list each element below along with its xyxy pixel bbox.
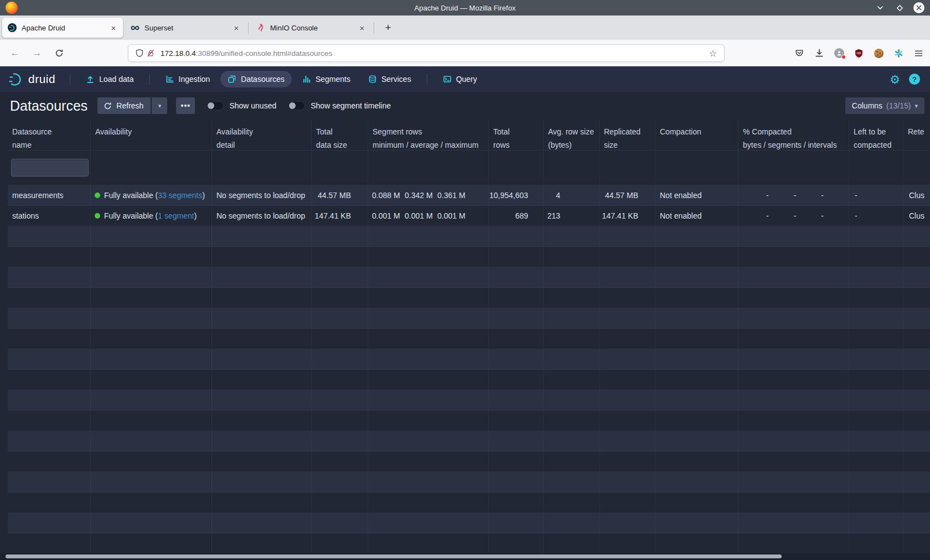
cookie-extension-icon[interactable] [873, 48, 885, 59]
tracking-shield-icon[interactable] [134, 48, 145, 59]
empty-cell [8, 226, 91, 246]
druid-logo[interactable]: druid [9, 72, 55, 86]
column-header[interactable]: Datasource name [8, 120, 91, 150]
empty-cell [368, 370, 489, 390]
more-actions-button[interactable]: ••• [176, 97, 195, 114]
column-header[interactable]: Compaction [655, 120, 738, 150]
nav-item-ingestion[interactable]: Ingestion [158, 71, 218, 87]
tab-minio-console[interactable]: MinIO Console × [251, 18, 371, 38]
nav-item-segments[interactable]: Segments [295, 71, 358, 87]
column-header[interactable]: Total data size [312, 120, 368, 150]
empty-table-row [8, 411, 930, 431]
colorful-asterisk-extension-icon[interactable] [893, 48, 905, 59]
empty-cell [212, 349, 312, 369]
empty-cell [600, 329, 655, 349]
tab-superset[interactable]: Superset × [125, 18, 246, 38]
nav-item-datasources[interactable]: Datasources [220, 71, 292, 87]
window-minimize-button[interactable] [875, 2, 886, 13]
tab-close-icon[interactable]: × [230, 22, 242, 34]
empty-cell [600, 431, 655, 451]
horizontal-scrollbar-thumb[interactable] [6, 554, 782, 558]
column-header[interactable]: Rete [903, 120, 930, 150]
empty-cell [91, 513, 212, 533]
empty-cell [903, 308, 930, 328]
forward-button[interactable]: → [29, 44, 45, 62]
empty-cell [655, 431, 738, 451]
column-header[interactable]: Segment rows minimum / average / maximum [368, 120, 489, 150]
menu-hamburger-icon[interactable] [913, 48, 924, 59]
empty-cell [368, 472, 489, 492]
refresh-dropdown-button[interactable]: ▾ [152, 97, 167, 114]
tab-close-icon[interactable]: × [356, 22, 368, 34]
column-header[interactable]: Availability [91, 120, 212, 150]
empty-cell [849, 370, 903, 390]
column-header[interactable]: Replicated size [600, 120, 655, 150]
empty-cell [655, 472, 738, 492]
datasource-filter-input[interactable] [11, 159, 89, 177]
settings-gear-icon[interactable]: ⚙ [890, 74, 900, 85]
show-segment-timeline-toggle[interactable]: Show segment timeline [287, 101, 391, 110]
empty-cell [655, 452, 738, 471]
nav-item-services[interactable]: Services [361, 71, 418, 87]
empty-cell [655, 226, 738, 246]
filter-cell [368, 151, 489, 185]
refresh-button[interactable]: Refresh [97, 97, 151, 114]
segments-link[interactable]: 33 segments [158, 191, 202, 200]
ublock-origin-icon[interactable]: UO [853, 48, 865, 59]
account-extension-icon[interactable] [833, 48, 845, 59]
datasource-name-cell[interactable]: stations [8, 206, 91, 226]
column-header[interactable]: Left to be compacted [849, 120, 903, 150]
show-unused-toggle[interactable]: Show unused [206, 101, 276, 110]
tab-apache-druid[interactable]: Apache Druid × [2, 18, 123, 38]
reload-button[interactable] [51, 44, 68, 62]
column-header[interactable]: Availability detail [212, 120, 312, 150]
toggle-label: Show segment timeline [311, 101, 391, 110]
datasource-name-cell[interactable]: measurements [8, 185, 91, 205]
segment-rows-cell: 0.001 M0.001 M0.001 M [368, 206, 489, 226]
window-close-button[interactable] [913, 2, 924, 13]
empty-cell [738, 308, 849, 328]
minio-favicon [256, 23, 265, 32]
filter-cell [8, 151, 91, 185]
tab-separator [374, 22, 374, 33]
url-bar[interactable]: 172.18.0.4:30899/unified-console.html#da… [128, 44, 725, 62]
columns-selector-button[interactable]: Columns (13/15) ▾ [845, 97, 924, 114]
help-icon[interactable]: ? [909, 74, 920, 85]
nav-item-load-data[interactable]: Load data [79, 71, 141, 87]
empty-cell [903, 452, 930, 471]
empty-cell [8, 370, 91, 390]
horizontal-scrollbar-track[interactable] [0, 553, 930, 560]
replicated-size-cell: 147.41 KB [600, 206, 655, 226]
back-button[interactable]: ← [7, 44, 23, 62]
new-tab-button[interactable]: + [380, 19, 396, 36]
window-maximize-button[interactable] [894, 2, 905, 13]
tab-title: Superset [144, 24, 230, 32]
segments-link[interactable]: 1 segment [158, 211, 194, 220]
empty-cell [544, 390, 600, 410]
empty-cell [849, 226, 903, 246]
pocket-icon[interactable] [793, 48, 805, 59]
empty-cell [903, 390, 930, 410]
table-row[interactable]: measurementsFully available (33 segments… [8, 185, 930, 206]
empty-cell [655, 308, 738, 328]
column-header[interactable]: Total rows [489, 120, 544, 150]
url-text[interactable]: 172.18.0.4:30899/unified-console.html#da… [161, 49, 707, 58]
tab-close-icon[interactable]: × [107, 22, 120, 34]
empty-cell [212, 513, 312, 533]
downloads-icon[interactable] [813, 48, 825, 59]
empty-cell [91, 308, 212, 328]
table-row[interactable]: stationsFully available (1 segment)No se… [8, 206, 930, 226]
nav-item-query[interactable]: Query [436, 71, 484, 87]
empty-cell [368, 452, 489, 471]
empty-cell [600, 513, 655, 533]
refresh-label: Refresh [116, 101, 143, 110]
column-header[interactable]: % Compacted bytes / segments / intervals [738, 120, 849, 150]
insecure-lock-icon[interactable] [145, 48, 156, 59]
empty-cell [600, 247, 655, 267]
empty-cell [738, 452, 849, 471]
empty-cell [903, 247, 930, 267]
column-header[interactable]: Avg. row size (bytes) [544, 120, 600, 150]
empty-cell [738, 390, 849, 410]
segments-icon [302, 75, 311, 84]
bookmark-star-icon[interactable]: ☆ [707, 48, 719, 59]
